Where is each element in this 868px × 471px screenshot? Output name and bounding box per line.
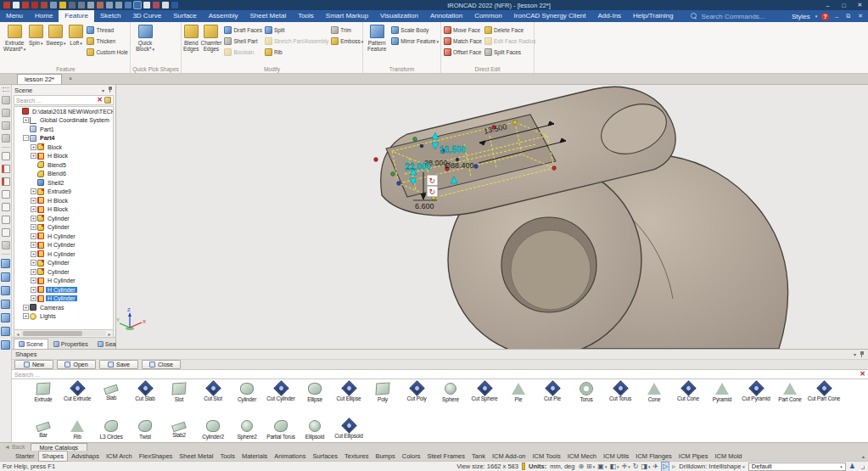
- dim-bottom[interactable]: 6.600: [415, 202, 434, 210]
- configuration-combo[interactable]: Default ▾: [748, 463, 846, 471]
- expand-icon[interactable]: +: [31, 188, 36, 194]
- shape-item-cut-cylinder[interactable]: Cut Cylinder: [264, 379, 298, 417]
- tree-item-global-coordinate-system[interactable]: +Global Coordinate System: [14, 116, 113, 126]
- catalog-tab-animations[interactable]: Animations: [271, 451, 309, 461]
- tree-item-lights[interactable]: +Lights: [14, 312, 113, 322]
- menu-tab-3d-curve[interactable]: 3D Curve: [126, 10, 167, 22]
- drilldown-caret-icon[interactable]: ▾: [742, 464, 745, 469]
- menu-tab-common[interactable]: Common: [468, 10, 507, 22]
- new-doc-icon[interactable]: [13, 2, 20, 8]
- ribbon-button-boolean[interactable]: Boolean: [223, 47, 262, 58]
- shape-item-cut-pyramid[interactable]: Cut Pyramid: [739, 379, 773, 417]
- import-icon[interactable]: [41, 2, 48, 8]
- settings-icon[interactable]: [50, 2, 57, 8]
- zoom-in-icon[interactable]: ⊕: [578, 463, 584, 471]
- catalog-tab-icm-arch[interactable]: ICM Arch: [103, 451, 136, 461]
- shape-item-l3-circles[interactable]: L3 Circles: [94, 417, 128, 442]
- catalog-tabs-chevron-icon[interactable]: ▴: [862, 453, 865, 459]
- shape-item-cut-pie[interactable]: Cut Pie: [535, 379, 569, 417]
- tree-item-h-cylinder[interactable]: +H Cylinder: [14, 285, 113, 294]
- close-button[interactable]: ✕: [852, 0, 868, 10]
- catalog-menu-caret-icon[interactable]: ▾: [854, 351, 856, 357]
- document-tab[interactable]: lesson 22*: [17, 74, 62, 84]
- expand-icon[interactable]: +: [31, 269, 36, 275]
- help-icon[interactable]: ?: [821, 13, 829, 20]
- shape-item-ellipse[interactable]: Ellipse: [298, 379, 332, 417]
- shape-item-sphere2[interactable]: Sphere2: [230, 417, 264, 442]
- scroll-right-icon[interactable]: ▸: [106, 331, 113, 337]
- shape-item-cut-torus[interactable]: Cut Torus: [603, 379, 637, 417]
- camera-angle-icon-caret[interactable]: ▾: [648, 464, 651, 469]
- catalog-tab-icm-tools[interactable]: ICM Tools: [529, 451, 564, 461]
- measure-tool-icon[interactable]: [2, 241, 10, 250]
- shape-item-poly[interactable]: Poly: [366, 379, 400, 417]
- sheet-icon[interactable]: [143, 2, 150, 8]
- expand-icon[interactable]: +: [31, 242, 36, 248]
- ribbon-button-offset-face[interactable]: Offset Face: [443, 47, 482, 58]
- back-button[interactable]: ◄ Back: [0, 444, 31, 451]
- boolean-union-icon[interactable]: [2, 109, 10, 117]
- shape-item-cut-ellipse[interactable]: Cut Ellipse: [332, 379, 366, 417]
- circle-tool-icon[interactable]: [2, 203, 10, 211]
- cad-model-canvas[interactable]: 13.500 28.000 Ø88.400 13.500 22.000 6.60…: [116, 85, 868, 349]
- panel-tab-properties[interactable]: Properties: [49, 339, 92, 349]
- app-icon[interactable]: [3, 2, 10, 8]
- ribbon-button-extrude-wizard[interactable]: Extrude Wizard*▾: [3, 23, 25, 53]
- undo-icon[interactable]: [106, 2, 113, 8]
- display-mode-icon[interactable]: ◧: [609, 463, 616, 471]
- dim-cyan-b[interactable]: 22.000: [405, 162, 431, 171]
- tree-item-h-block[interactable]: +H Block: [14, 205, 113, 215]
- close-catalog-button[interactable]: Close: [142, 360, 181, 369]
- ribbon-button-thicken[interactable]: Thicken: [86, 36, 128, 47]
- expand-icon[interactable]: +: [31, 216, 36, 221]
- menu-tab-feature[interactable]: Feature: [59, 10, 94, 22]
- pan-icon[interactable]: ✛: [621, 463, 627, 471]
- catalog-tab-icm-mech[interactable]: ICM Mech: [564, 451, 600, 461]
- maximize-button[interactable]: □: [836, 0, 852, 10]
- shape-item-cone[interactable]: Cone: [637, 379, 671, 417]
- view-cube-top-icon[interactable]: [1, 313, 10, 322]
- catalog-tab-surfaces[interactable]: Surfaces: [309, 451, 341, 461]
- save-icon[interactable]: [69, 2, 76, 8]
- view-cube-iso-icon[interactable]: [1, 327, 10, 336]
- scroll-left-icon[interactable]: ◂: [14, 331, 21, 337]
- resize-grip[interactable]: [859, 463, 865, 470]
- catalog-tab-icm-utils[interactable]: ICM Utils: [600, 451, 632, 461]
- menu-tab-assembly[interactable]: Assembly: [203, 10, 244, 22]
- view-cube-right-icon[interactable]: [1, 300, 10, 309]
- menu-tab-home[interactable]: Home: [29, 10, 59, 22]
- save-all-icon[interactable]: [78, 2, 85, 8]
- orbit-icon[interactable]: ↻: [633, 463, 639, 471]
- viewport-3d[interactable]: 13.500 28.000 Ø88.400 13.500 22.000 6.60…: [116, 85, 868, 349]
- expand-icon[interactable]: +: [31, 206, 36, 212]
- more-catalogs-tab[interactable]: More Catalogs: [31, 443, 88, 451]
- shape-item-bar[interactable]: Bar: [26, 417, 60, 442]
- tree-item-h-cylinder[interactable]: +H Cylinder: [14, 250, 113, 259]
- menu-tab-help-training[interactable]: Help/Training: [627, 10, 679, 22]
- shape-item-cut-poly[interactable]: Cut Poly: [400, 379, 434, 417]
- triangle-tool-icon[interactable]: [2, 190, 10, 199]
- ribbon-button-thread[interactable]: Thread: [86, 25, 128, 36]
- ellipse-tool-icon[interactable]: [2, 216, 10, 224]
- qat-customize-icon[interactable]: [171, 2, 178, 8]
- search-clear-icon[interactable]: ✕: [97, 97, 103, 104]
- catalog-tab-textures[interactable]: Textures: [341, 451, 372, 461]
- tree-item-part1[interactable]: Part1: [14, 125, 113, 134]
- line-tool-icon[interactable]: [2, 152, 10, 160]
- tree-item-d-data-2018-new-word-tech-net[interactable]: D:\data\2018 NEW\Word\TECH-NET: [14, 107, 113, 116]
- render-mode-icon-caret[interactable]: ▾: [605, 464, 608, 469]
- catalog-search-clear-icon[interactable]: ✕: [860, 371, 865, 378]
- shape-item-cut-cone[interactable]: Cut Cone: [671, 379, 705, 417]
- ribbon-button-scale-body[interactable]: Scale Body: [390, 25, 439, 36]
- pan-icon-caret[interactable]: ▾: [628, 464, 630, 469]
- dimension-tool-icon[interactable]: [2, 165, 10, 173]
- ribbon-button-trim[interactable]: Trim: [330, 25, 363, 36]
- shape-item-cut-ellipsoid[interactable]: Cut Ellipsoid: [332, 417, 366, 442]
- boolean-intersect-icon[interactable]: [2, 134, 10, 143]
- rotate-handle-buttons[interactable]: ↻ ↻: [427, 175, 438, 197]
- doc-minimize-button[interactable]: –: [833, 14, 840, 20]
- scroll-thumb[interactable]: [23, 331, 82, 336]
- shape-item-ellipsoid[interactable]: Ellipsoid: [298, 417, 332, 442]
- snap-grid-icon[interactable]: [134, 2, 141, 8]
- shape-item-cut-slot[interactable]: Cut Slot: [196, 379, 230, 417]
